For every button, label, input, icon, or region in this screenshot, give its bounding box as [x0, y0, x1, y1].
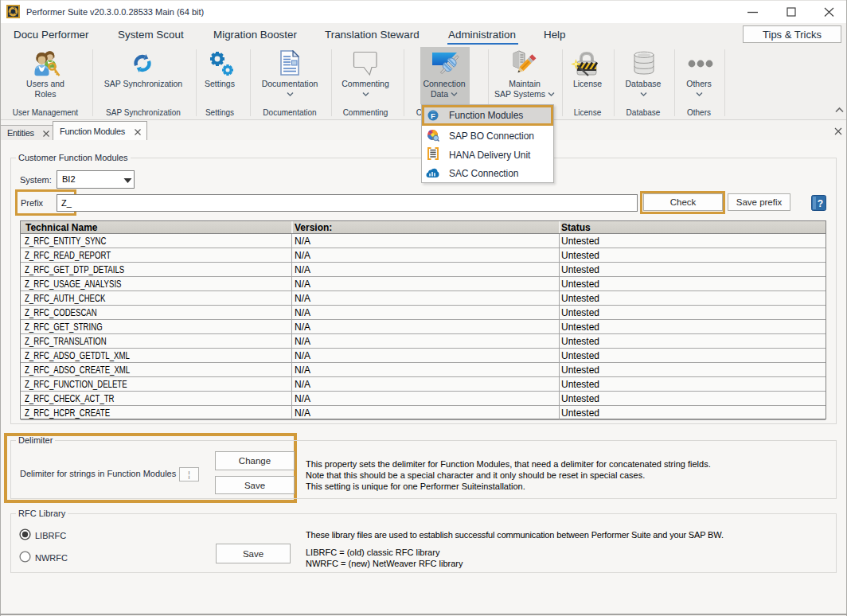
svg-text:F: F — [431, 111, 435, 120]
svg-text:?: ? — [818, 198, 823, 209]
